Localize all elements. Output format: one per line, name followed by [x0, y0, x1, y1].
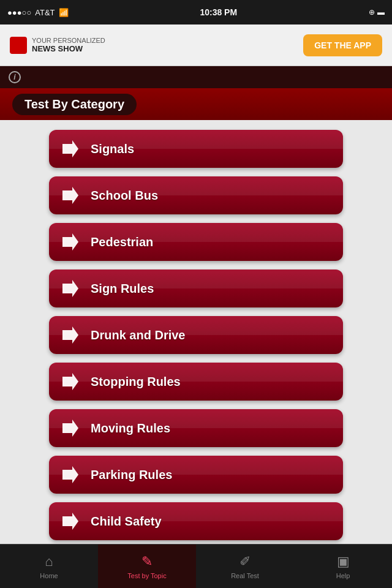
category-label-signals: Signals	[91, 142, 134, 156]
category-label-parking-rules: Parking Rules	[91, 468, 172, 482]
ad-text-block: YOUR PERSONALIZED NEWS SHOW	[32, 37, 105, 53]
arrow-icon	[59, 464, 81, 486]
ad-banner: YOUR PERSONALIZED NEWS SHOW GET THE APP	[0, 24, 392, 66]
info-icon: i	[9, 71, 21, 83]
category-label-stopping-rules: Stopping Rules	[91, 375, 181, 389]
category-button-child-safety[interactable]: Child Safety	[49, 502, 343, 540]
info-row: i	[0, 66, 392, 88]
clock: 10:38 PM	[200, 7, 237, 17]
arrow-icon	[59, 324, 81, 346]
arrow-icon	[59, 231, 81, 253]
category-label-sign-rules: Sign Rules	[91, 282, 154, 296]
nav-label-test-by-topic: Test by Topic	[127, 572, 166, 579]
nav-icon-real-test: ✐	[239, 554, 251, 570]
nav-item-real-test[interactable]: ✐Real Test	[196, 545, 294, 588]
signal-dots: ●●●○○	[7, 8, 31, 17]
nav-item-help[interactable]: ▣Help	[294, 545, 392, 588]
nav-icon-test-by-topic: ✎	[141, 554, 153, 570]
category-button-moving-rules[interactable]: Moving Rules	[49, 409, 343, 447]
category-label-moving-rules: Moving Rules	[91, 421, 170, 435]
nav-item-home[interactable]: ⌂Home	[0, 545, 98, 588]
arrow-icon	[59, 510, 81, 532]
category-button-stopping-rules[interactable]: Stopping Rules	[49, 363, 343, 401]
nav-label-help: Help	[336, 572, 350, 579]
category-button-pedestrian[interactable]: Pedestrian	[49, 223, 343, 261]
carrier-label: AT&T	[35, 8, 55, 17]
category-label-drunk-and-drive: Drunk and Drive	[91, 328, 185, 342]
ad-bottom-label: NEWS SHOW	[32, 44, 105, 53]
category-button-school-bus[interactable]: School Bus	[49, 176, 343, 214]
svg-marker-8	[62, 513, 78, 530]
category-button-sign-rules[interactable]: Sign Rules	[49, 270, 343, 307]
svg-marker-6	[62, 420, 78, 437]
page-header: Test By Category	[0, 88, 392, 120]
status-bar: ●●●○○ AT&T 📶 10:38 PM ⊕ ▬	[0, 0, 392, 24]
svg-marker-5	[62, 373, 78, 390]
bottom-nav: ⌂Home✎Test by Topic✐Real Test▣Help	[0, 544, 392, 588]
svg-marker-0	[62, 140, 78, 157]
ad-logo-icon	[10, 37, 27, 54]
category-label-child-safety: Child Safety	[91, 514, 162, 529]
category-label-school-bus: School Bus	[91, 189, 158, 203]
svg-marker-4	[62, 326, 78, 344]
nav-icon-home: ⌂	[45, 554, 53, 570]
arrow-icon	[59, 184, 81, 206]
svg-marker-3	[62, 280, 78, 297]
nav-label-real-test: Real Test	[231, 572, 259, 579]
category-label-pedestrian: Pedestrian	[91, 235, 153, 249]
battery-icon: ▬	[377, 8, 385, 17]
ad-top-label: YOUR PERSONALIZED	[32, 37, 105, 44]
main-content: Signals School Bus Pedestrian Sign Rules…	[0, 120, 392, 544]
category-button-signals[interactable]: Signals	[49, 130, 343, 168]
nav-item-test-by-topic[interactable]: ✎Test by Topic	[98, 545, 196, 588]
location-icon: ⊕	[369, 8, 375, 17]
get-app-button[interactable]: GET THE APP	[303, 34, 382, 56]
arrow-icon	[59, 277, 81, 300]
arrow-icon	[59, 138, 81, 160]
category-button-drunk-and-drive[interactable]: Drunk and Drive	[49, 316, 343, 354]
arrow-icon	[59, 417, 81, 439]
svg-marker-7	[62, 466, 78, 483]
wifi-icon: 📶	[59, 8, 69, 17]
svg-marker-1	[62, 187, 78, 204]
svg-marker-2	[62, 233, 78, 251]
nav-icon-help: ▣	[337, 554, 350, 570]
category-button-parking-rules[interactable]: Parking Rules	[49, 456, 343, 494]
nav-label-home: Home	[40, 572, 58, 579]
arrow-icon	[59, 371, 81, 393]
page-title: Test By Category	[12, 94, 137, 115]
